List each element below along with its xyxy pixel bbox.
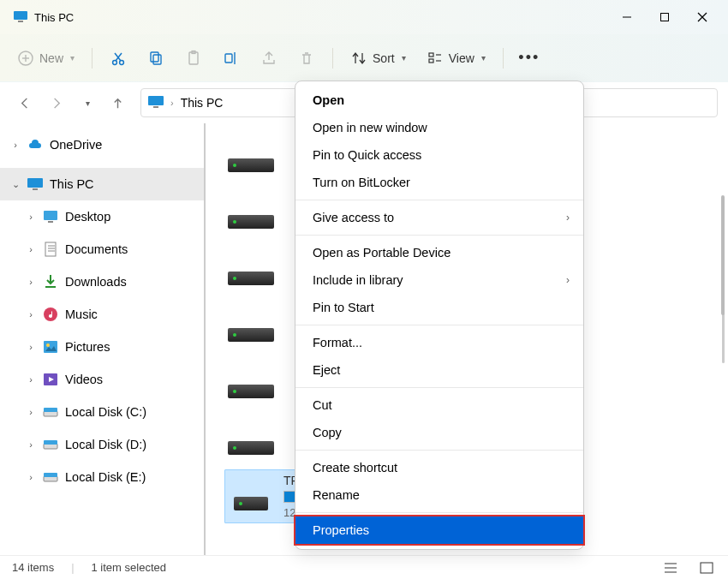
menu-item-label: Format... bbox=[313, 336, 362, 349]
chevron-icon: › bbox=[26, 374, 36, 385]
tree-item-videos[interactable]: ›Videos bbox=[0, 363, 204, 396]
cut-button[interactable] bbox=[101, 43, 135, 74]
menu-item-label: Pin to Quick access bbox=[313, 148, 421, 162]
menu-item-label: Open bbox=[313, 93, 344, 107]
svg-rect-19 bbox=[429, 53, 433, 57]
back-button[interactable] bbox=[10, 88, 39, 117]
monitor-icon bbox=[27, 176, 43, 192]
menu-item-open-as-portable-device[interactable]: Open as Portable Device bbox=[295, 239, 583, 266]
disk-icon bbox=[43, 437, 58, 452]
copy-button[interactable] bbox=[139, 43, 173, 74]
tree-item-label: Local Disk (D:) bbox=[65, 438, 146, 451]
pictures-icon bbox=[43, 339, 58, 355]
svg-point-35 bbox=[46, 343, 50, 347]
svg-rect-28 bbox=[48, 221, 53, 223]
maximize-button[interactable] bbox=[646, 3, 683, 31]
videos-icon bbox=[43, 372, 58, 387]
forward-button[interactable] bbox=[41, 88, 70, 117]
copy-icon bbox=[147, 50, 164, 67]
svg-rect-20 bbox=[429, 59, 433, 63]
menu-item-rename[interactable]: Rename bbox=[295, 481, 583, 509]
menu-item-label: Properties bbox=[313, 523, 369, 537]
paste-icon bbox=[185, 50, 202, 67]
menu-separator bbox=[295, 325, 583, 325]
tree-item-desktop[interactable]: ›Desktop bbox=[0, 200, 204, 233]
chevron-icon: ⌄ bbox=[10, 179, 21, 190]
menu-item-include-in-library[interactable]: Include in library› bbox=[295, 266, 583, 294]
svg-rect-14 bbox=[153, 55, 161, 64]
svg-rect-29 bbox=[45, 242, 56, 256]
tree-item-label: Local Disk (C:) bbox=[65, 405, 146, 419]
tree-item-downloads[interactable]: ›Downloads bbox=[0, 266, 204, 298]
view-label: View bbox=[449, 51, 474, 65]
menu-item-copy[interactable]: Copy bbox=[295, 419, 583, 446]
menu-separator bbox=[295, 387, 583, 388]
menu-item-turn-on-bitlocker[interactable]: Turn on BitLocker bbox=[295, 169, 583, 196]
more-icon: ••• bbox=[521, 50, 538, 67]
tree-item-music[interactable]: ›Music bbox=[0, 298, 204, 331]
tree-item-local-disk-d-[interactable]: ›Local Disk (D:) bbox=[0, 428, 204, 461]
close-button[interactable] bbox=[683, 3, 721, 31]
scrollbar[interactable] bbox=[721, 195, 725, 315]
menu-item-pin-to-quick-access[interactable]: Pin to Quick access bbox=[295, 141, 583, 169]
menu-item-label: Open in new window bbox=[313, 121, 427, 134]
share-icon bbox=[260, 50, 277, 67]
svg-rect-40 bbox=[44, 440, 57, 445]
chevron-icon: › bbox=[26, 342, 36, 352]
sort-icon bbox=[350, 50, 367, 67]
rename-button[interactable] bbox=[214, 43, 248, 74]
tree-item-onedrive[interactable]: ›OneDrive bbox=[0, 128, 204, 161]
paste-button[interactable] bbox=[176, 43, 211, 74]
new-icon bbox=[17, 50, 34, 67]
chevron-down-icon: ▾ bbox=[70, 53, 75, 63]
menu-item-format-[interactable]: Format... bbox=[295, 329, 583, 356]
svg-rect-46 bbox=[701, 563, 713, 573]
menu-item-open-in-new-window[interactable]: Open in new window bbox=[295, 114, 583, 141]
svg-rect-25 bbox=[27, 178, 43, 188]
menu-item-give-access-to[interactable]: Give access to› bbox=[295, 204, 583, 231]
tree-item-local-disk-c-[interactable]: ›Local Disk (C:) bbox=[0, 396, 204, 428]
menu-item-open[interactable]: Open bbox=[295, 87, 583, 114]
menu-item-label: Pin to Start bbox=[313, 301, 374, 314]
svg-point-33 bbox=[44, 307, 57, 321]
more-button[interactable]: ••• bbox=[512, 43, 546, 74]
sort-button[interactable]: Sort ▾ bbox=[342, 43, 415, 74]
menu-item-cut[interactable]: Cut bbox=[295, 391, 583, 419]
title-bar: This PC bbox=[0, 0, 728, 34]
tree-item-label: Desktop bbox=[65, 210, 110, 224]
recent-button[interactable]: ▾ bbox=[72, 88, 101, 117]
menu-item-label: Rename bbox=[313, 488, 360, 502]
tree-item-documents[interactable]: ›Documents bbox=[0, 233, 204, 266]
thumbnail-view-button[interactable] bbox=[697, 560, 716, 576]
tree-item-label: Local Disk (E:) bbox=[65, 470, 146, 484]
up-button[interactable] bbox=[103, 88, 132, 117]
menu-item-create-shortcut[interactable]: Create shortcut bbox=[295, 454, 583, 481]
status-bar: 14 items | 1 item selected bbox=[0, 555, 728, 579]
svg-rect-42 bbox=[44, 473, 57, 477]
svg-rect-1 bbox=[18, 21, 23, 22]
tree-item-pictures[interactable]: ›Pictures bbox=[0, 331, 204, 363]
svg-rect-23 bbox=[148, 96, 164, 105]
new-button[interactable]: New ▾ bbox=[9, 43, 83, 74]
tree-item-label: OneDrive bbox=[50, 138, 102, 152]
share-button[interactable] bbox=[252, 43, 286, 74]
minimize-button[interactable] bbox=[608, 3, 646, 31]
tree-item-this-pc[interactable]: ⌄This PC bbox=[0, 168, 204, 200]
view-button[interactable]: View ▾ bbox=[418, 43, 494, 74]
menu-item-pin-to-start[interactable]: Pin to Start bbox=[295, 294, 583, 321]
chevron-icon: › bbox=[26, 472, 36, 482]
new-label: New bbox=[39, 51, 63, 65]
tree-item-label: Music bbox=[65, 307, 98, 321]
menu-item-properties[interactable]: Properties bbox=[295, 516, 583, 544]
delete-button[interactable] bbox=[289, 43, 324, 74]
menu-item-eject[interactable]: Eject bbox=[295, 356, 583, 384]
details-view-button[interactable] bbox=[661, 560, 680, 576]
monitor-icon bbox=[148, 96, 164, 110]
tree-item-local-disk-e-[interactable]: ›Local Disk (E:) bbox=[0, 461, 204, 493]
chevron-right-icon: › bbox=[566, 274, 570, 286]
svg-rect-3 bbox=[661, 14, 669, 21]
svg-rect-26 bbox=[33, 188, 38, 190]
menu-separator bbox=[295, 235, 583, 236]
menu-item-label: Include in library bbox=[313, 273, 403, 287]
chevron-right-icon: › bbox=[170, 98, 174, 108]
